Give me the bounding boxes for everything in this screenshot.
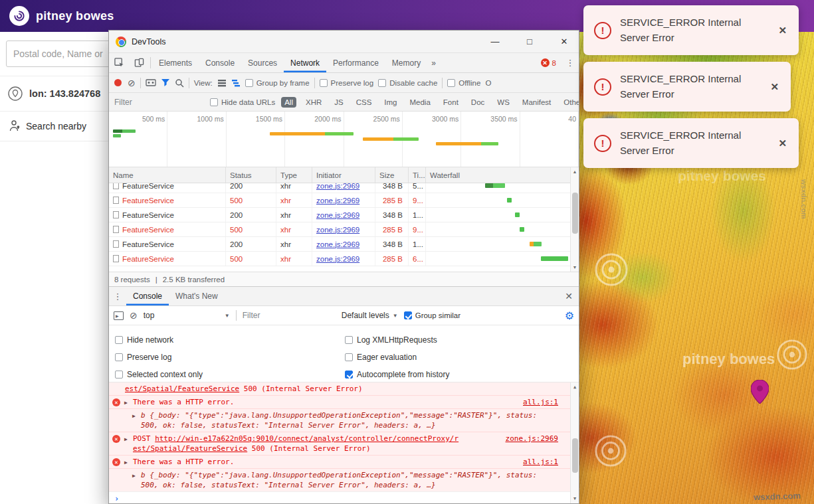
column-header-initiator[interactable]: Initiator [312, 167, 375, 183]
location-search-input[interactable] [6, 41, 108, 67]
maximize-button[interactable]: □ [515, 31, 544, 53]
hide-network-checkbox[interactable] [115, 336, 123, 344]
close-icon[interactable]: ✕ [767, 80, 781, 94]
option-preserve-log[interactable]: Preserve log [115, 349, 345, 366]
tab-sources[interactable]: Sources [241, 53, 284, 72]
column-header-time[interactable]: Ti... [409, 167, 426, 183]
hide-data-urls-option[interactable]: Hide data URLs [210, 98, 275, 106]
log-levels-dropdown[interactable]: Default levels ▼ [342, 311, 398, 320]
source-link[interactable]: zone.js:2969 [506, 434, 558, 444]
device-toolbar-icon[interactable] [129, 53, 149, 72]
source-link[interactable]: all.js:1 [523, 457, 558, 467]
console-sidebar-toggle-icon[interactable]: ▶ [114, 311, 124, 320]
drawer-menu-icon[interactable]: ⋮ [109, 287, 126, 305]
error-toast[interactable]: ! SERVICE_ERROR Internal Server Error ✕ [583, 5, 799, 55]
inspect-element-icon[interactable] [109, 53, 129, 72]
initiator-link[interactable]: zone.js:2969 [316, 183, 359, 190]
table-scrollbar[interactable]: ▲ ▼ [570, 167, 579, 272]
expand-arrow-icon[interactable]: ▶ [124, 398, 128, 408]
console-error-count[interactable]: ✕ 8 [536, 53, 561, 72]
column-header-waterfall[interactable]: Waterfall [426, 167, 570, 183]
column-header-type[interactable]: Type [276, 167, 312, 183]
filter-type-js[interactable]: JS [331, 97, 346, 108]
tab-console[interactable]: Console [199, 53, 241, 72]
expand-arrow-icon[interactable]: ▶ [124, 434, 128, 444]
drawer-tab-console[interactable]: Console [126, 287, 169, 305]
initiator-link[interactable]: zone.js:2969 [316, 255, 359, 263]
close-button[interactable]: ✕ [550, 31, 579, 53]
group-similar-checkbox[interactable] [404, 311, 412, 319]
expand-arrow-icon[interactable]: ▶ [132, 471, 136, 481]
console-settings-gear-icon[interactable]: ⚙ [565, 309, 574, 322]
expand-arrow-icon[interactable]: ▶ [124, 458, 128, 467]
selected-context-checkbox[interactable] [115, 371, 123, 378]
option-eager-evaluation[interactable]: Eager evaluation [345, 349, 579, 366]
eager-evaluation-checkbox[interactable] [345, 353, 353, 361]
console-error-message[interactable]: ✕ ▶ There was a HTTP error. all.js:1 [109, 395, 570, 408]
expand-arrow-icon[interactable]: ▶ [132, 411, 136, 421]
scroll-down-icon[interactable]: ▼ [571, 496, 579, 501]
devtools-menu-icon[interactable]: ⋮ [561, 53, 579, 72]
initiator-link[interactable]: zone.js:2969 [316, 197, 359, 205]
source-link[interactable]: all.js:1 [523, 397, 558, 407]
scrollbar-thumb[interactable] [572, 193, 578, 234]
console-error-message[interactable]: est/Spatial/FeatureService 500 (Internal… [109, 382, 570, 395]
filter-type-font[interactable]: Font [440, 97, 462, 108]
filmstrip-icon[interactable] [146, 78, 156, 87]
devtools-titlebar[interactable]: DevTools — □ ✕ [109, 31, 579, 53]
filter-type-other[interactable]: Other [560, 97, 579, 108]
search-nearby-button[interactable]: Search nearby [0, 112, 108, 141]
option-hide-network[interactable]: Hide network [115, 331, 345, 349]
more-tabs-button[interactable]: » [427, 53, 440, 72]
preserve-log-checkbox[interactable] [320, 79, 328, 87]
record-button[interactable] [114, 79, 122, 86]
console-filter-input[interactable] [243, 311, 336, 320]
minimize-button[interactable]: — [480, 31, 510, 53]
scroll-up-icon[interactable]: ▲ [571, 384, 579, 390]
disable-cache-option[interactable]: Disable cache [378, 79, 437, 87]
console-error-message[interactable]: ✕ ▶ There was a HTTP error. all.js:1 [109, 455, 570, 468]
offline-option[interactable]: Offline [447, 79, 480, 87]
scroll-up-icon[interactable]: ▲ [571, 169, 579, 174]
column-header-size[interactable]: Size [375, 167, 409, 183]
tab-network[interactable]: Network [284, 53, 326, 72]
scrollbar-thumb[interactable] [572, 438, 578, 473]
execution-context-dropdown[interactable]: top ▼ [144, 311, 230, 320]
close-icon[interactable]: ✕ [775, 23, 789, 38]
search-icon[interactable] [175, 78, 184, 88]
drawer-close-icon[interactable]: ✕ [559, 287, 579, 305]
log-xhr-checkbox[interactable] [345, 336, 353, 344]
network-filter-input[interactable] [114, 98, 204, 107]
tab-elements[interactable]: Elements [152, 53, 199, 72]
network-overview-timeline[interactable]: 500 ms 1000 ms 1500 ms 2000 ms 2500 ms 3… [109, 112, 579, 167]
throttling-dropdown[interactable]: O [485, 79, 491, 87]
table-row[interactable]: FeatureService 500 xhr zone.js:2969 285 … [109, 193, 570, 208]
filter-type-manifest[interactable]: Manifest [519, 97, 554, 108]
disable-cache-checkbox[interactable] [378, 79, 386, 87]
table-row[interactable]: FeatureService 200 xhr zone.js:2969 348 … [109, 237, 570, 252]
filter-type-css[interactable]: CSS [353, 97, 375, 108]
scroll-down-icon[interactable]: ▼ [571, 265, 579, 270]
hide-data-urls-checkbox[interactable] [210, 98, 218, 106]
filter-type-all[interactable]: All [281, 97, 296, 108]
option-log-xmlhttprequests[interactable]: Log XMLHttpRequests [345, 331, 579, 349]
map-pin-icon[interactable] [751, 380, 769, 404]
table-row[interactable]: FeatureService 200 xhr zone.js:2969 348 … [109, 208, 570, 222]
group-by-frame-checkbox[interactable] [245, 79, 253, 87]
filter-funnel-icon[interactable] [161, 78, 170, 87]
console-scrollbar[interactable]: ▲ ▼ [570, 382, 579, 503]
console-object-preview[interactable]: ▶ b {_body: "{"type":"java.lang.Unsuppor… [109, 408, 570, 432]
clear-button[interactable]: ⊘ [128, 78, 136, 88]
console-object-preview[interactable]: ▶ b {_body: "{"type":"java.lang.Unsuppor… [109, 468, 570, 491]
drawer-tab-whats-new[interactable]: What's New [169, 287, 225, 305]
request-rows-view-icon[interactable] [217, 79, 227, 87]
error-toast[interactable]: ! SERVICE_ERROR Internal Server Error ✕ [583, 118, 799, 168]
column-header-name[interactable]: Name [109, 167, 226, 183]
console-error-message[interactable]: ✕ ▶ POST http://win-e17a622n05q:9010/con… [109, 432, 570, 455]
tab-memory[interactable]: Memory [385, 53, 427, 72]
table-row[interactable]: FeatureService 500 xhr zone.js:2969 285 … [109, 222, 570, 237]
filter-type-img[interactable]: Img [381, 97, 400, 108]
filter-type-media[interactable]: Media [407, 97, 434, 108]
autocomplete-history-checkbox[interactable] [345, 371, 353, 378]
preserve-log-option[interactable]: Preserve log [320, 79, 374, 87]
